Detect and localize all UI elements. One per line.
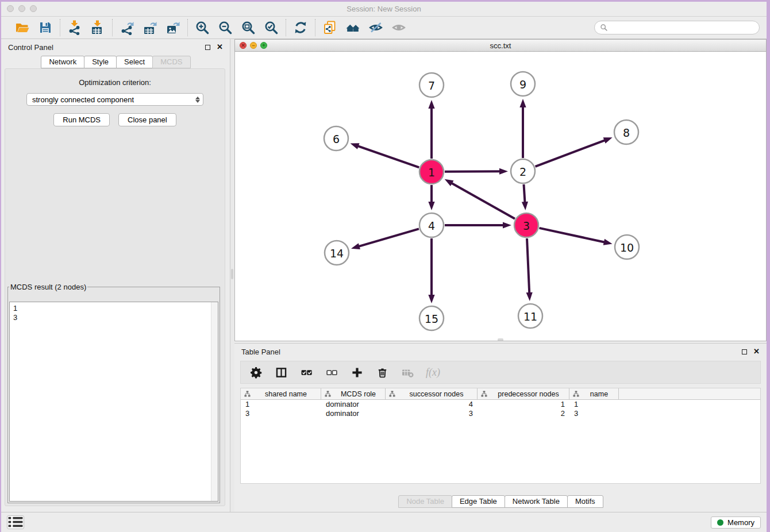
edge-1-6[interactable]	[357, 146, 419, 168]
control-panel-header: Control Panel ✕	[1, 39, 230, 55]
table-settings-button[interactable]	[249, 365, 263, 379]
home-icon	[345, 20, 360, 35]
home-button[interactable]	[344, 19, 361, 36]
table-panel-header: Table Panel ✕	[234, 344, 767, 360]
delete-columns-button[interactable]	[375, 365, 389, 379]
export-image-button[interactable]	[164, 19, 182, 36]
toolbar-group	[113, 19, 187, 36]
deselect-all-columns-button[interactable]	[325, 365, 338, 379]
panel-splitter[interactable]	[230, 39, 234, 512]
edge-2-3[interactable]	[523, 184, 525, 203]
network-canvas[interactable]: 7968124314101511	[234, 52, 767, 341]
export-table-button[interactable]	[141, 19, 159, 36]
column-header-predecessor-nodes[interactable]: predecessor nodes	[478, 388, 569, 399]
edge-3-10[interactable]	[539, 228, 605, 242]
column-header-successor-nodes[interactable]: successor nodes	[386, 388, 478, 399]
edge-2-8[interactable]	[536, 140, 606, 167]
search-input[interactable]	[611, 23, 754, 33]
float-table-panel-icon[interactable]	[742, 349, 747, 354]
zoom-in-button[interactable]	[194, 19, 211, 36]
column-type-icon	[481, 391, 487, 397]
zoom-selected-button[interactable]	[263, 19, 280, 36]
table-cell[interactable]: 1	[241, 400, 321, 409]
zoom-fit-icon	[241, 20, 256, 35]
search-icon	[600, 24, 608, 32]
edge-1-2[interactable]	[445, 171, 500, 172]
edge-3-1[interactable]	[451, 183, 515, 219]
close-window-button[interactable]	[7, 5, 14, 12]
graph-node-label-4: 4	[428, 219, 435, 232]
import-network-button[interactable]	[66, 19, 83, 36]
table-cell[interactable]: 3	[386, 409, 478, 418]
mcds-result-text[interactable]: 13	[9, 302, 218, 502]
table-cell[interactable]: dominator	[321, 400, 386, 409]
result-scrollbar[interactable]	[211, 302, 218, 501]
toggle-columns-icon	[275, 367, 287, 379]
tab-mcds[interactable]: MCDS	[152, 56, 190, 68]
select-all-columns-button[interactable]	[299, 365, 313, 379]
mcds-result-title: MCDS result (2 nodes)	[9, 283, 87, 291]
table-cell[interactable]: 4	[386, 400, 478, 409]
apply-layout-button[interactable]	[292, 19, 309, 36]
network-minimize-button[interactable]: –	[250, 42, 257, 49]
column-type-icon	[573, 391, 579, 397]
tab-select[interactable]: Select	[116, 56, 153, 68]
table-row[interactable]: 3dominator323	[241, 409, 760, 418]
export-network-button[interactable]	[118, 19, 136, 36]
select-all-columns-icon	[301, 367, 313, 379]
tab-motifs[interactable]: Motifs	[567, 495, 603, 508]
table-cell[interactable]: 3	[241, 409, 321, 418]
tab-style[interactable]: Style	[84, 56, 117, 68]
table-cell[interactable]: 2	[478, 409, 569, 418]
table-cell[interactable]: 3	[569, 409, 619, 418]
run-mcds-button[interactable]: Run MCDS	[53, 113, 110, 126]
table-cell[interactable]: dominator	[321, 409, 386, 418]
memory-button[interactable]: Memory	[711, 516, 761, 529]
search-box[interactable]	[594, 21, 760, 34]
mcds-result-group: MCDS result (2 nodes) 13	[7, 283, 220, 503]
table-cell[interactable]: 1	[569, 400, 619, 409]
float-panel-icon[interactable]	[205, 45, 210, 50]
zoom-window-button[interactable]	[30, 5, 37, 12]
table-tabs: Node TableEdge TableNetwork TableMotifs	[234, 495, 767, 508]
zoom-fit-button[interactable]	[240, 19, 257, 36]
optimization-select[interactable]: strongly connected component	[26, 93, 203, 106]
column-header-MCDS-role[interactable]: MCDS role	[321, 388, 386, 399]
table-cell[interactable]: 1	[478, 400, 569, 409]
memory-status-icon	[717, 519, 723, 526]
open-session-button[interactable]	[14, 19, 31, 36]
deselect-all-columns-icon	[326, 367, 338, 379]
toggle-columns-button[interactable]	[274, 365, 288, 379]
hide-graphics-details-button[interactable]	[367, 19, 384, 36]
edge-4-14[interactable]	[358, 229, 418, 246]
select-stepper-icon	[195, 97, 203, 103]
close-table-panel-icon[interactable]: ✕	[753, 349, 760, 354]
column-header-shared-name[interactable]: shared name	[241, 388, 321, 399]
tab-edge-table[interactable]: Edge Table	[452, 495, 505, 508]
import-table-button[interactable]	[89, 19, 106, 36]
minimize-window-button[interactable]	[18, 5, 25, 12]
graph-svg: 7968124314101511	[235, 52, 764, 340]
canvas-resize-handle[interactable]	[498, 338, 503, 341]
tab-network-table[interactable]: Network Table	[505, 495, 568, 508]
show-graphics-details-button[interactable]	[390, 19, 407, 36]
edge-3-11[interactable]	[527, 238, 529, 294]
close-panel-button[interactable]: Close panel	[118, 113, 176, 126]
tab-network[interactable]: Network	[41, 56, 84, 68]
network-close-button[interactable]: ✕	[240, 42, 247, 49]
save-session-button[interactable]	[37, 19, 54, 36]
zoom-out-button[interactable]	[217, 19, 234, 36]
table-row[interactable]: 1dominator411	[241, 400, 760, 409]
clone-network-button[interactable]	[321, 19, 338, 36]
network-maximize-button[interactable]: +	[260, 42, 267, 49]
table-header-row: shared nameMCDS rolesuccessor nodesprede…	[241, 388, 760, 400]
close-panel-icon[interactable]: ✕	[217, 44, 223, 50]
edge-arrow-1-2	[499, 168, 508, 175]
export-table-icon	[143, 20, 157, 35]
column-header-name[interactable]: name	[569, 388, 619, 399]
zoom-out-icon	[218, 20, 233, 35]
create-column-button[interactable]	[350, 365, 364, 379]
task-history-button[interactable]	[7, 515, 24, 529]
tab-node-table[interactable]: Node Table	[398, 495, 452, 508]
edge-arrow-2-8	[603, 137, 613, 144]
